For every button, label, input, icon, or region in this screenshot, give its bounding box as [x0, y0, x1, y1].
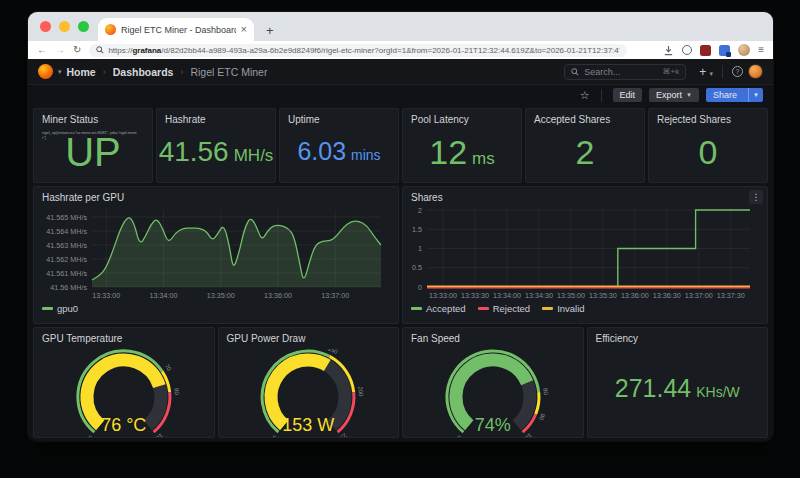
svg-text:41.565 MH/s: 41.565 MH/s — [46, 213, 87, 222]
address-bar[interactable]: https://grafana/d/82d2bb44-a989-493a-a29… — [89, 44, 627, 57]
legend-item-rejected[interactable]: Rejected — [478, 303, 531, 314]
star-icon[interactable]: ☆ — [580, 89, 590, 102]
svg-text:13:35:00: 13:35:00 — [557, 291, 585, 300]
gauge-value: 153 W — [219, 416, 399, 434]
legend-item-gpu0[interactable]: gpu0 — [42, 303, 78, 314]
svg-text:13:37:00: 13:37:00 — [321, 291, 349, 300]
panel-hashrate-per-gpu[interactable]: Hashrate per GPU 41.565 MH/s41.564 MH/s4… — [33, 186, 399, 324]
grafana-favicon-icon — [105, 24, 116, 35]
grafana-logo-icon[interactable] — [38, 64, 53, 79]
svg-text:13:36:00: 13:36:00 — [621, 291, 649, 300]
panel-title: Accepted Shares — [526, 109, 644, 125]
panel-title: Uptime — [280, 109, 398, 125]
panel-title: Efficiency — [588, 328, 768, 344]
chevron-down-icon[interactable]: ▾ — [58, 68, 62, 76]
svg-text:13:37:30: 13:37:30 — [717, 291, 745, 300]
legend-swatch — [478, 307, 489, 310]
panel-rejected-shares[interactable]: Rejected Shares 0 — [648, 108, 768, 183]
legend-item-invalid[interactable]: Invalid — [542, 303, 584, 314]
panel-fan-speed[interactable]: Fan Speed 08090100 74% — [402, 327, 584, 438]
svg-text:2: 2 — [418, 206, 422, 215]
panel-title: Rejected Shares — [649, 109, 767, 125]
panel-miner-status[interactable]: Miner Status rigel_up{instance="nv-mine.… — [33, 108, 153, 183]
legend-swatch — [411, 307, 422, 310]
browser-tab-bar: Rigel ETC Miner - Dashboards - × + — [28, 12, 773, 41]
svg-text:13:33:00: 13:33:00 — [92, 291, 120, 300]
panel-accepted-shares[interactable]: Accepted Shares 2 — [525, 108, 645, 183]
extension-icon-2[interactable] — [719, 45, 730, 56]
panel-title: Pool Latency — [403, 109, 521, 125]
svg-text:13:34:00: 13:34:00 — [493, 291, 521, 300]
panel-gpu-temperature[interactable]: GPU Temperature 07080100 76 °C — [33, 327, 215, 438]
svg-text:41.56 MH/s: 41.56 MH/s — [50, 283, 87, 292]
menu-icon[interactable]: ≡ — [758, 45, 764, 55]
svg-text:200: 200 — [357, 386, 364, 397]
export-button[interactable]: Export▼ — [649, 88, 699, 102]
panel-uptime[interactable]: Uptime 6.03mins — [279, 108, 399, 183]
panel-efficiency[interactable]: Efficiency 271.44KHs/W — [587, 327, 769, 438]
user-avatar[interactable] — [748, 64, 763, 79]
stat-value: 12ms — [429, 135, 495, 169]
window-controls — [40, 21, 89, 32]
reload-icon[interactable]: ↻ — [73, 45, 81, 55]
breadcrumb-separator: › — [180, 67, 183, 77]
search-input[interactable]: Search... ⌘+k — [564, 64, 686, 80]
svg-text:41.562 MH/s: 41.562 MH/s — [46, 255, 87, 264]
gauge-value: 76 °C — [34, 416, 214, 434]
panel-gpu-power-draw[interactable]: GPU Power Draw 0150200250 153 W — [218, 327, 400, 438]
incognito-icon[interactable] — [682, 45, 692, 55]
panel-title: Hashrate — [157, 109, 275, 125]
svg-text:13:34:30: 13:34:30 — [525, 291, 553, 300]
panel-title: GPU Power Draw — [219, 328, 399, 344]
gauge-value: 74% — [403, 416, 583, 434]
panel-shares[interactable]: Shares ⋮ 00.511.5213:33:0013:33:3013:34:… — [402, 186, 768, 324]
chevron-down-icon: ▼ — [686, 92, 692, 98]
svg-text:0: 0 — [86, 434, 93, 437]
close-tab-icon[interactable]: × — [241, 24, 247, 35]
breadcrumb-dashboards[interactable]: Dashboards — [113, 66, 174, 78]
svg-text:0: 0 — [270, 434, 277, 437]
svg-text:13:35:30: 13:35:30 — [589, 291, 617, 300]
browser-profile-avatar[interactable] — [738, 44, 750, 56]
panel-title: GPU Temperature — [34, 328, 214, 344]
svg-text:13:34:00: 13:34:00 — [150, 291, 178, 300]
stat-value: 0 — [699, 135, 718, 169]
legend-swatch — [42, 307, 53, 310]
download-icon[interactable] — [663, 45, 674, 56]
panel-title: Fan Speed — [403, 328, 583, 344]
legend-item-accepted[interactable]: Accepted — [411, 303, 466, 314]
svg-text:13:37:00: 13:37:00 — [685, 291, 713, 300]
stat-value: 41.56MH/s — [159, 138, 274, 166]
search-icon — [571, 68, 579, 76]
new-tab-button[interactable]: + — [266, 24, 274, 37]
breadcrumb-home[interactable]: Home — [67, 66, 96, 78]
panel-menu-icon[interactable]: ⋮ — [749, 190, 763, 204]
back-icon[interactable]: ← — [37, 45, 47, 55]
dashboard-grid: Miner Status rigel_up{instance="nv-mine.… — [28, 105, 773, 441]
browser-tab[interactable]: Rigel ETC Miner - Dashboards - × — [98, 18, 254, 41]
svg-text:41.563 MH/s: 41.563 MH/s — [46, 241, 87, 250]
browser-window: Rigel ETC Miner - Dashboards - × + ← → ↻… — [28, 12, 773, 441]
help-icon[interactable]: ? — [732, 66, 743, 77]
extension-icon-1[interactable] — [700, 45, 711, 56]
stat-value: 271.44KHs/W — [615, 376, 740, 401]
panel-hashrate[interactable]: Hashrate 41.56MH/s — [156, 108, 276, 183]
svg-text:1.5: 1.5 — [412, 225, 422, 234]
panel-title: Miner Status — [34, 109, 152, 125]
forward-icon[interactable]: → — [55, 45, 65, 55]
close-window-button[interactable] — [40, 21, 51, 32]
edit-button[interactable]: Edit — [613, 88, 643, 102]
shares-chart[interactable]: 00.511.5213:33:0013:33:3013:34:0013:34:3… — [403, 204, 756, 302]
share-button[interactable]: Share ▼ — [706, 88, 763, 102]
panel-title: Shares — [403, 187, 767, 203]
hashrate-chart[interactable]: 41.565 MH/s41.564 MH/s41.563 MH/s41.562 … — [34, 204, 387, 302]
minimize-window-button[interactable] — [59, 21, 70, 32]
svg-text:13:36:00: 13:36:00 — [264, 291, 292, 300]
zoom-window-button[interactable] — [78, 21, 89, 32]
svg-text:0: 0 — [418, 283, 422, 292]
share-dropdown-button[interactable]: ▼ — [748, 88, 763, 102]
chart-legend: gpu0 — [34, 302, 398, 314]
panel-pool-latency[interactable]: Pool Latency 12ms — [402, 108, 522, 183]
browser-action-icons: ≡ — [663, 44, 764, 56]
add-new-button[interactable]: + ▾ — [699, 65, 713, 79]
